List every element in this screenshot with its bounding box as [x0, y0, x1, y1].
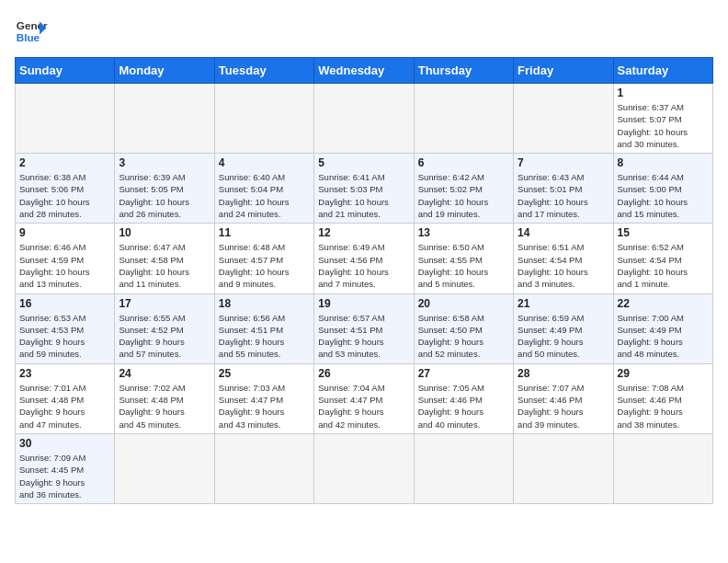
day-cell: 21Sunrise: 6:59 AM Sunset: 4:49 PM Dayli… — [514, 293, 613, 363]
day-info: Sunrise: 6:39 AM Sunset: 5:05 PM Dayligh… — [119, 171, 210, 220]
day-info: Sunrise: 6:57 AM Sunset: 4:51 PM Dayligh… — [318, 312, 409, 361]
week-row-3: 9Sunrise: 6:46 AM Sunset: 4:59 PM Daylig… — [16, 224, 713, 293]
day-number: 9 — [19, 226, 110, 239]
day-number: 10 — [119, 226, 210, 239]
day-cell: 4Sunrise: 6:40 AM Sunset: 5:04 PM Daylig… — [214, 154, 313, 224]
day-cell — [314, 84, 414, 154]
day-cell: 20Sunrise: 6:58 AM Sunset: 4:50 PM Dayli… — [414, 293, 513, 363]
day-number: 13 — [418, 226, 509, 239]
day-cell: 9Sunrise: 6:46 AM Sunset: 4:59 PM Daylig… — [16, 224, 115, 293]
day-number: 11 — [219, 226, 310, 239]
day-number: 4 — [219, 156, 310, 169]
day-number: 8 — [618, 156, 709, 169]
day-cell: 2Sunrise: 6:38 AM Sunset: 5:06 PM Daylig… — [16, 154, 115, 224]
day-info: Sunrise: 6:48 AM Sunset: 4:57 PM Dayligh… — [219, 241, 310, 290]
weekday-header-saturday: Saturday — [613, 58, 712, 84]
day-info: Sunrise: 7:07 AM Sunset: 4:46 PM Dayligh… — [518, 382, 609, 431]
week-row-4: 16Sunrise: 6:53 AM Sunset: 4:53 PM Dayli… — [16, 293, 713, 363]
day-cell: 6Sunrise: 6:42 AM Sunset: 5:02 PM Daylig… — [414, 154, 513, 224]
header: General Blue — [15, 15, 713, 48]
day-cell — [115, 433, 214, 503]
day-number: 5 — [318, 156, 409, 169]
day-cell: 27Sunrise: 7:05 AM Sunset: 4:46 PM Dayli… — [414, 363, 513, 433]
day-cell — [414, 84, 513, 154]
weekday-header-friday: Friday — [514, 58, 613, 84]
day-number: 7 — [518, 156, 609, 169]
day-number: 2 — [19, 156, 110, 169]
day-number: 15 — [618, 226, 709, 239]
day-info: Sunrise: 7:01 AM Sunset: 4:48 PM Dayligh… — [19, 382, 110, 431]
day-info: Sunrise: 7:04 AM Sunset: 4:47 PM Dayligh… — [318, 382, 409, 431]
day-info: Sunrise: 6:58 AM Sunset: 4:50 PM Dayligh… — [418, 312, 509, 361]
logo-icon: General Blue — [15, 15, 48, 48]
calendar: SundayMondayTuesdayWednesdayThursdayFrid… — [15, 57, 713, 504]
day-cell: 26Sunrise: 7:04 AM Sunset: 4:47 PM Dayli… — [314, 363, 414, 433]
day-number: 29 — [618, 367, 709, 380]
svg-text:Blue: Blue — [17, 31, 40, 43]
day-cell — [115, 84, 214, 154]
week-row-5: 23Sunrise: 7:01 AM Sunset: 4:48 PM Dayli… — [16, 363, 713, 433]
day-cell: 15Sunrise: 6:52 AM Sunset: 4:54 PM Dayli… — [613, 224, 712, 293]
day-number: 27 — [418, 367, 509, 380]
day-info: Sunrise: 6:40 AM Sunset: 5:04 PM Dayligh… — [219, 171, 310, 220]
day-cell: 29Sunrise: 7:08 AM Sunset: 4:46 PM Dayli… — [613, 363, 712, 433]
day-info: Sunrise: 6:55 AM Sunset: 4:52 PM Dayligh… — [119, 312, 210, 361]
day-cell: 12Sunrise: 6:49 AM Sunset: 4:56 PM Dayli… — [314, 224, 414, 293]
week-row-2: 2Sunrise: 6:38 AM Sunset: 5:06 PM Daylig… — [16, 154, 713, 224]
day-number: 6 — [418, 156, 509, 169]
day-cell: 10Sunrise: 6:47 AM Sunset: 4:58 PM Dayli… — [115, 224, 214, 293]
day-info: Sunrise: 6:50 AM Sunset: 4:55 PM Dayligh… — [418, 241, 509, 290]
day-cell — [214, 433, 313, 503]
day-number: 16 — [19, 297, 110, 310]
day-cell: 23Sunrise: 7:01 AM Sunset: 4:48 PM Dayli… — [16, 363, 115, 433]
weekday-header-wednesday: Wednesday — [314, 58, 414, 84]
day-info: Sunrise: 6:37 AM Sunset: 5:07 PM Dayligh… — [618, 101, 709, 150]
weekday-header-tuesday: Tuesday — [214, 58, 313, 84]
day-info: Sunrise: 6:46 AM Sunset: 4:59 PM Dayligh… — [19, 241, 110, 290]
day-info: Sunrise: 6:59 AM Sunset: 4:49 PM Dayligh… — [518, 312, 609, 361]
day-number: 23 — [19, 367, 110, 380]
day-cell: 16Sunrise: 6:53 AM Sunset: 4:53 PM Dayli… — [16, 293, 115, 363]
day-cell: 3Sunrise: 6:39 AM Sunset: 5:05 PM Daylig… — [115, 154, 214, 224]
day-info: Sunrise: 6:52 AM Sunset: 4:54 PM Dayligh… — [618, 241, 709, 290]
week-row-6: 30Sunrise: 7:09 AM Sunset: 4:45 PM Dayli… — [16, 433, 713, 503]
day-info: Sunrise: 7:08 AM Sunset: 4:46 PM Dayligh… — [618, 382, 709, 431]
day-cell: 8Sunrise: 6:44 AM Sunset: 5:00 PM Daylig… — [613, 154, 712, 224]
day-cell: 11Sunrise: 6:48 AM Sunset: 4:57 PM Dayli… — [214, 224, 313, 293]
day-info: Sunrise: 7:05 AM Sunset: 4:46 PM Dayligh… — [418, 382, 509, 431]
day-number: 30 — [19, 437, 110, 450]
day-cell: 14Sunrise: 6:51 AM Sunset: 4:54 PM Dayli… — [514, 224, 613, 293]
day-info: Sunrise: 6:51 AM Sunset: 4:54 PM Dayligh… — [518, 241, 609, 290]
day-info: Sunrise: 6:49 AM Sunset: 4:56 PM Dayligh… — [318, 241, 409, 290]
day-cell: 7Sunrise: 6:43 AM Sunset: 5:01 PM Daylig… — [514, 154, 613, 224]
day-cell: 30Sunrise: 7:09 AM Sunset: 4:45 PM Dayli… — [16, 433, 115, 503]
day-number: 1 — [618, 86, 709, 99]
day-number: 17 — [119, 297, 210, 310]
day-info: Sunrise: 7:02 AM Sunset: 4:48 PM Dayligh… — [119, 382, 210, 431]
day-number: 25 — [219, 367, 310, 380]
day-info: Sunrise: 6:38 AM Sunset: 5:06 PM Dayligh… — [19, 171, 110, 220]
day-info: Sunrise: 6:47 AM Sunset: 4:58 PM Dayligh… — [119, 241, 210, 290]
day-number: 20 — [418, 297, 509, 310]
day-cell — [214, 84, 313, 154]
day-cell: 1Sunrise: 6:37 AM Sunset: 5:07 PM Daylig… — [613, 84, 712, 154]
day-number: 18 — [219, 297, 310, 310]
day-info: Sunrise: 6:41 AM Sunset: 5:03 PM Dayligh… — [318, 171, 409, 220]
day-info: Sunrise: 6:53 AM Sunset: 4:53 PM Dayligh… — [19, 312, 110, 361]
logo: General Blue — [15, 15, 48, 48]
weekday-header-monday: Monday — [115, 58, 214, 84]
day-number: 14 — [518, 226, 609, 239]
day-cell: 24Sunrise: 7:02 AM Sunset: 4:48 PM Dayli… — [115, 363, 214, 433]
weekday-header-sunday: Sunday — [16, 58, 115, 84]
day-info: Sunrise: 6:56 AM Sunset: 4:51 PM Dayligh… — [219, 312, 310, 361]
week-row-1: 1Sunrise: 6:37 AM Sunset: 5:07 PM Daylig… — [16, 84, 713, 154]
day-cell — [16, 84, 115, 154]
day-number: 21 — [518, 297, 609, 310]
day-info: Sunrise: 7:00 AM Sunset: 4:49 PM Dayligh… — [618, 312, 709, 361]
day-cell: 5Sunrise: 6:41 AM Sunset: 5:03 PM Daylig… — [314, 154, 414, 224]
day-cell — [514, 433, 613, 503]
day-cell: 18Sunrise: 6:56 AM Sunset: 4:51 PM Dayli… — [214, 293, 313, 363]
day-number: 3 — [119, 156, 210, 169]
day-cell — [514, 84, 613, 154]
day-cell — [414, 433, 513, 503]
